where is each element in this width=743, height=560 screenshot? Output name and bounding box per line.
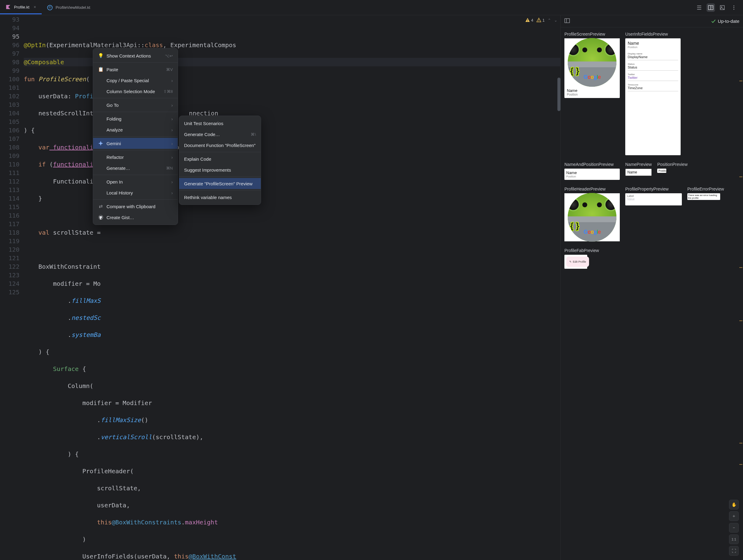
github-icon xyxy=(98,215,103,220)
svg-rect-12 xyxy=(527,21,528,21)
gutter: 93 94 95 96 97 98 99 100 101 102 103 104… xyxy=(0,15,24,560)
pan-icon[interactable]: ✋ xyxy=(729,500,739,510)
preview-toolbar: ✋ ＋ － 1:1 ⛶ xyxy=(729,500,739,556)
edit-icon: ✎ xyxy=(569,260,572,263)
tab-profile-kt[interactable]: Profile.kt × xyxy=(0,1,42,14)
gemini-icon xyxy=(98,141,103,146)
svg-rect-16 xyxy=(565,18,570,23)
warning-count: 4 xyxy=(531,18,533,23)
menu-analyze[interactable]: Analyze › xyxy=(93,124,178,135)
submenu-generate-code[interactable]: Generate Code…⌘\ xyxy=(179,129,261,140)
check-icon xyxy=(711,19,716,24)
tab-label: Profile.kt xyxy=(14,5,30,9)
preview-name-and-position[interactable]: NameAndPositionPreview Name Position xyxy=(564,162,620,180)
view-split-icon[interactable] xyxy=(706,3,715,12)
menu-show-context-actions[interactable]: 💡 Show Context Actions ⌥↩ xyxy=(93,50,178,61)
context-menu: 💡 Show Context Actions ⌥↩ 📋 Paste ⌘V Cop… xyxy=(93,48,178,225)
menu-folding[interactable]: Folding › xyxy=(93,113,178,124)
kotlin-file-icon xyxy=(5,4,11,10)
tabs-bar: Profile.kt × © ProfileViewModel.kt xyxy=(0,0,743,15)
status-up-to-date: Up-to-date xyxy=(711,18,739,24)
weak-warning-count: 1 xyxy=(542,18,544,23)
menu-paste[interactable]: 📋 Paste ⌘V xyxy=(93,64,178,75)
minimap[interactable] xyxy=(739,28,743,560)
editor-pane: 4 1 ⌃ ⌄ 93 94 95 96 97 98 99 100 101 102… xyxy=(0,15,561,560)
submenu-unit-test[interactable]: Unit Test Scenarios xyxy=(179,118,261,129)
submenu-document-function[interactable]: Document Function "ProfileScreen" xyxy=(179,140,261,150)
menu-gemini[interactable]: Gemini › xyxy=(93,138,178,149)
preview-profile-header[interactable]: ProfileHeaderPreview { }Google xyxy=(564,186,620,241)
preview-pane: Up-to-date ProfileScreenPreview xyxy=(561,15,743,560)
menu-compare-clipboard[interactable]: ⇄ Compare with Clipboard xyxy=(93,201,178,212)
tab-profileviewmodel-kt[interactable]: © ProfileViewModel.kt xyxy=(42,1,96,14)
submenu-suggest-improvements[interactable]: Suggest Improvements xyxy=(179,164,261,175)
svg-point-10 xyxy=(734,9,735,10)
scrollbar-thumb[interactable] xyxy=(557,78,561,111)
zoom-out-icon[interactable]: － xyxy=(729,523,739,532)
svg-rect-11 xyxy=(527,19,528,21)
kotlin-class-icon: © xyxy=(47,5,53,10)
preview-position[interactable]: PositionPreview Position xyxy=(657,162,688,180)
zoom-in-icon[interactable]: ＋ xyxy=(729,511,739,521)
clipboard-icon: 📋 xyxy=(98,67,103,72)
close-icon[interactable]: × xyxy=(34,5,36,9)
menu-goto[interactable]: Go To › xyxy=(93,99,178,111)
chevron-down-icon[interactable]: ⌄ xyxy=(554,18,557,23)
gemini-submenu: Unit Test Scenarios Generate Code…⌘\ Doc… xyxy=(179,116,261,205)
svg-point-8 xyxy=(734,5,735,6)
submenu-rethink-names[interactable]: Rethink variable names xyxy=(179,192,261,203)
layout-icon[interactable] xyxy=(564,18,570,24)
svg-rect-14 xyxy=(538,21,539,21)
preview-profile-error[interactable]: ProfileErrorPreview There was an error l… xyxy=(687,186,724,241)
bulb-icon: 💡 xyxy=(98,53,103,58)
warning-icon xyxy=(525,18,530,23)
menu-create-gist[interactable]: Create Gist… xyxy=(93,212,178,223)
zoom-fit-icon[interactable]: ⛶ xyxy=(729,546,739,556)
preview-user-info-fields[interactable]: UserInfoFieldsPreview Name Position Disp… xyxy=(625,32,681,155)
menu-copy-paste-special[interactable]: Copy / Paste Special › xyxy=(93,75,178,86)
zoom-ratio-button[interactable]: 1:1 xyxy=(729,534,739,544)
more-icon[interactable] xyxy=(730,3,738,12)
preview-profile-fab[interactable]: ProfileFabPreview ✎Edit Profile xyxy=(564,248,599,269)
view-list-icon[interactable] xyxy=(695,3,703,12)
svg-text:©: © xyxy=(49,6,51,9)
submenu-explain-code[interactable]: Explain Code xyxy=(179,154,261,164)
preview-name[interactable]: NamePreview Name xyxy=(625,162,652,180)
preview-profile-property[interactable]: ProfilePropertyPreview Label Value xyxy=(625,186,682,241)
svg-rect-13 xyxy=(538,19,539,21)
menu-local-history[interactable]: Local History › xyxy=(93,187,178,198)
menu-open-in[interactable]: Open In › xyxy=(93,176,178,187)
chevron-up-icon[interactable]: ⌃ xyxy=(548,18,551,23)
view-design-icon[interactable] xyxy=(718,3,727,12)
tab-label: ProfileViewModel.kt xyxy=(56,5,90,10)
weak-warning-icon xyxy=(536,18,541,23)
menu-refactor[interactable]: Refactor › xyxy=(93,152,178,163)
svg-point-9 xyxy=(734,7,735,8)
svg-point-7 xyxy=(721,6,722,7)
diff-icon: ⇄ xyxy=(98,204,103,209)
menu-column-selection[interactable]: Column Selection Mode ⇧⌘8 xyxy=(93,86,178,97)
submenu-generate-preview[interactable]: Generate "ProfileScreen" Preview xyxy=(179,178,261,189)
editor-inspection-widget[interactable]: 4 1 ⌃ ⌄ xyxy=(525,18,557,23)
preview-profile-screen[interactable]: ProfileScreenPreview { }Google xyxy=(564,32,620,155)
menu-generate[interactable]: Generate… ⌘N xyxy=(93,163,178,173)
